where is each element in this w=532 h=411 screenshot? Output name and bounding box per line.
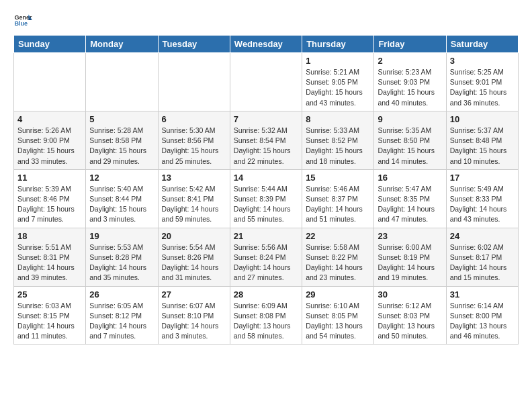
day-number: 17 — [450, 173, 515, 183]
day-number: 4 — [17, 114, 82, 124]
day-info: Sunrise: 5:54 AM Sunset: 8:26 PM Dayligh… — [162, 242, 226, 283]
calendar-day-cell: 11Sunrise: 5:39 AM Sunset: 8:46 PM Dayli… — [14, 169, 86, 228]
day-number: 13 — [162, 173, 226, 183]
day-number: 11 — [17, 173, 82, 183]
calendar-day-cell: 21Sunrise: 5:56 AM Sunset: 8:24 PM Dayli… — [230, 228, 302, 286]
day-number: 16 — [378, 173, 442, 183]
day-info: Sunrise: 5:32 AM Sunset: 8:54 PM Dayligh… — [234, 126, 298, 167]
day-info: Sunrise: 5:44 AM Sunset: 8:39 PM Dayligh… — [234, 184, 298, 225]
calendar-day-cell: 31Sunrise: 6:14 AM Sunset: 8:00 PM Dayli… — [446, 286, 518, 345]
calendar-day-cell: 30Sunrise: 6:12 AM Sunset: 8:03 PM Dayli… — [374, 286, 446, 345]
calendar-day-cell: 28Sunrise: 6:09 AM Sunset: 8:08 PM Dayli… — [230, 286, 302, 345]
day-number: 26 — [89, 289, 154, 300]
day-number: 28 — [234, 289, 298, 300]
day-number: 27 — [162, 289, 226, 300]
day-number: 8 — [306, 114, 370, 124]
calendar-day-cell: 23Sunrise: 6:00 AM Sunset: 8:19 PM Dayli… — [374, 228, 446, 286]
day-number: 23 — [378, 231, 442, 241]
day-info: Sunrise: 5:53 AM Sunset: 8:28 PM Dayligh… — [89, 242, 154, 283]
day-number: 25 — [17, 289, 82, 300]
day-info: Sunrise: 5:46 AM Sunset: 8:37 PM Dayligh… — [306, 184, 370, 225]
day-number: 31 — [450, 289, 515, 300]
day-info: Sunrise: 5:26 AM Sunset: 9:00 PM Dayligh… — [17, 126, 82, 167]
day-info: Sunrise: 5:42 AM Sunset: 8:41 PM Dayligh… — [162, 184, 226, 225]
calendar-day-cell: 12Sunrise: 5:40 AM Sunset: 8:44 PM Dayli… — [86, 169, 158, 228]
calendar-day-cell: 4Sunrise: 5:26 AM Sunset: 9:00 PM Daylig… — [14, 111, 86, 169]
calendar-day-cell: 13Sunrise: 5:42 AM Sunset: 8:41 PM Dayli… — [158, 169, 230, 228]
calendar-header-row: SundayMondayTuesdayWednesdayThursdayFrid… — [14, 36, 519, 53]
calendar-day-cell: 6Sunrise: 5:30 AM Sunset: 8:56 PM Daylig… — [158, 111, 230, 169]
day-number: 9 — [378, 114, 442, 124]
day-info: Sunrise: 5:51 AM Sunset: 8:31 PM Dayligh… — [17, 242, 82, 283]
day-number: 3 — [450, 56, 515, 66]
calendar-day-cell: 2Sunrise: 5:23 AM Sunset: 9:03 PM Daylig… — [374, 53, 446, 111]
day-number: 15 — [306, 173, 370, 183]
day-number: 2 — [378, 56, 442, 66]
day-number: 10 — [450, 114, 515, 124]
day-info: Sunrise: 5:49 AM Sunset: 8:33 PM Dayligh… — [450, 184, 515, 225]
day-number: 14 — [234, 173, 298, 183]
day-info: Sunrise: 5:47 AM Sunset: 8:35 PM Dayligh… — [378, 184, 442, 225]
day-of-week-header: Tuesday — [158, 36, 230, 53]
day-info: Sunrise: 5:30 AM Sunset: 8:56 PM Dayligh… — [162, 126, 226, 167]
day-of-week-header: Thursday — [302, 36, 374, 53]
day-info: Sunrise: 6:05 AM Sunset: 8:12 PM Dayligh… — [89, 301, 154, 342]
day-info: Sunrise: 5:37 AM Sunset: 8:48 PM Dayligh… — [450, 126, 515, 167]
day-number: 29 — [306, 289, 370, 300]
day-number: 7 — [234, 114, 298, 124]
day-info: Sunrise: 5:40 AM Sunset: 8:44 PM Dayligh… — [89, 184, 154, 225]
logo-icon: General Blue — [13, 11, 32, 30]
day-of-week-header: Sunday — [14, 36, 86, 53]
calendar-day-cell: 25Sunrise: 6:03 AM Sunset: 8:15 PM Dayli… — [14, 286, 86, 345]
day-number: 22 — [306, 231, 370, 241]
day-info: Sunrise: 6:10 AM Sunset: 8:05 PM Dayligh… — [306, 301, 370, 342]
day-info: Sunrise: 5:56 AM Sunset: 8:24 PM Dayligh… — [234, 242, 298, 283]
calendar-day-cell: 9Sunrise: 5:35 AM Sunset: 8:50 PM Daylig… — [374, 111, 446, 169]
day-of-week-header: Wednesday — [230, 36, 302, 53]
calendar-day-cell: 7Sunrise: 5:32 AM Sunset: 8:54 PM Daylig… — [230, 111, 302, 169]
calendar-week-row: 25Sunrise: 6:03 AM Sunset: 8:15 PM Dayli… — [14, 286, 519, 345]
day-info: Sunrise: 6:07 AM Sunset: 8:10 PM Dayligh… — [162, 301, 226, 342]
calendar-week-row: 18Sunrise: 5:51 AM Sunset: 8:31 PM Dayli… — [14, 228, 519, 286]
day-info: Sunrise: 5:21 AM Sunset: 9:05 PM Dayligh… — [306, 67, 370, 108]
calendar-day-cell: 17Sunrise: 5:49 AM Sunset: 8:33 PM Dayli… — [446, 169, 518, 228]
svg-text:Blue: Blue — [14, 20, 28, 27]
day-number: 20 — [162, 231, 226, 241]
calendar-day-cell: 15Sunrise: 5:46 AM Sunset: 8:37 PM Dayli… — [302, 169, 374, 228]
calendar-day-cell: 3Sunrise: 5:25 AM Sunset: 9:01 PM Daylig… — [446, 53, 518, 111]
calendar-day-cell: 22Sunrise: 5:58 AM Sunset: 8:22 PM Dayli… — [302, 228, 374, 286]
calendar-day-cell — [14, 53, 86, 111]
day-info: Sunrise: 5:35 AM Sunset: 8:50 PM Dayligh… — [378, 126, 442, 167]
calendar-day-cell: 20Sunrise: 5:54 AM Sunset: 8:26 PM Dayli… — [158, 228, 230, 286]
day-info: Sunrise: 5:25 AM Sunset: 9:01 PM Dayligh… — [450, 67, 515, 108]
calendar-week-row: 4Sunrise: 5:26 AM Sunset: 9:00 PM Daylig… — [14, 111, 519, 169]
calendar-day-cell: 5Sunrise: 5:28 AM Sunset: 8:58 PM Daylig… — [86, 111, 158, 169]
day-of-week-header: Saturday — [446, 36, 518, 53]
day-number: 21 — [234, 231, 298, 241]
calendar-day-cell: 24Sunrise: 6:02 AM Sunset: 8:17 PM Dayli… — [446, 228, 518, 286]
calendar-day-cell: 16Sunrise: 5:47 AM Sunset: 8:35 PM Dayli… — [374, 169, 446, 228]
day-info: Sunrise: 5:23 AM Sunset: 9:03 PM Dayligh… — [378, 67, 442, 108]
day-info: Sunrise: 5:28 AM Sunset: 8:58 PM Dayligh… — [89, 126, 154, 167]
calendar-day-cell: 19Sunrise: 5:53 AM Sunset: 8:28 PM Dayli… — [86, 228, 158, 286]
calendar-day-cell: 1Sunrise: 5:21 AM Sunset: 9:05 PM Daylig… — [302, 53, 374, 111]
day-number: 1 — [306, 56, 370, 66]
day-info: Sunrise: 6:14 AM Sunset: 8:00 PM Dayligh… — [450, 301, 515, 342]
day-number: 19 — [89, 231, 154, 241]
calendar-day-cell: 26Sunrise: 6:05 AM Sunset: 8:12 PM Dayli… — [86, 286, 158, 345]
day-of-week-header: Friday — [374, 36, 446, 53]
calendar-table: SundayMondayTuesdayWednesdayThursdayFrid… — [13, 35, 519, 345]
calendar-day-cell: 14Sunrise: 5:44 AM Sunset: 8:39 PM Dayli… — [230, 169, 302, 228]
calendar-day-cell: 29Sunrise: 6:10 AM Sunset: 8:05 PM Dayli… — [302, 286, 374, 345]
day-info: Sunrise: 6:02 AM Sunset: 8:17 PM Dayligh… — [450, 242, 515, 283]
calendar-day-cell: 27Sunrise: 6:07 AM Sunset: 8:10 PM Dayli… — [158, 286, 230, 345]
day-info: Sunrise: 6:09 AM Sunset: 8:08 PM Dayligh… — [234, 301, 298, 342]
calendar-day-cell: 10Sunrise: 5:37 AM Sunset: 8:48 PM Dayli… — [446, 111, 518, 169]
calendar-day-cell — [230, 53, 302, 111]
day-number: 30 — [378, 289, 442, 300]
day-number: 5 — [89, 114, 154, 124]
calendar-week-row: 11Sunrise: 5:39 AM Sunset: 8:46 PM Dayli… — [14, 169, 519, 228]
day-info: Sunrise: 6:12 AM Sunset: 8:03 PM Dayligh… — [378, 301, 442, 342]
calendar-week-row: 1Sunrise: 5:21 AM Sunset: 9:05 PM Daylig… — [14, 53, 519, 111]
day-number: 24 — [450, 231, 515, 241]
